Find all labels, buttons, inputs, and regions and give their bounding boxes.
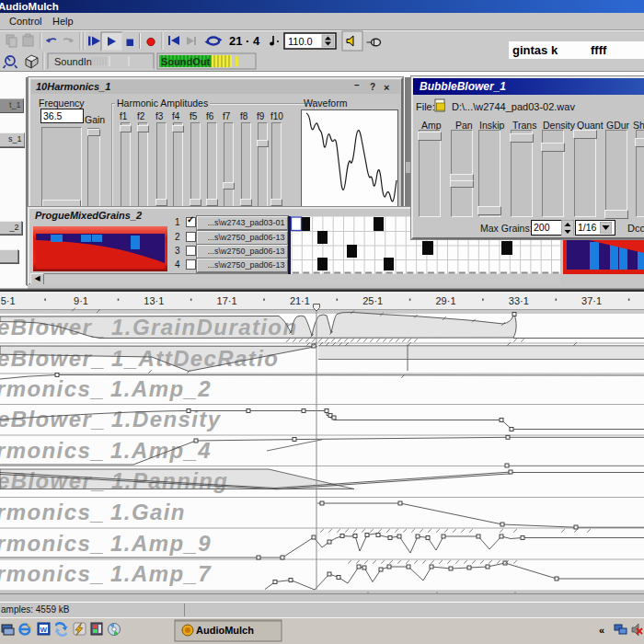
svg-text:SoundIn: SoundIn — [54, 56, 92, 67]
svg-text:W: W — [40, 626, 48, 634]
svg-text:rmonics_ 1.Amp_4: rmonics_ 1.Amp_4 — [0, 438, 212, 463]
svg-text:25·1: 25·1 — [362, 295, 383, 306]
svg-text:29·1: 29·1 — [435, 295, 455, 306]
svg-text:rmonics_ 1.Gain: rmonics_ 1.Gain — [0, 500, 186, 524]
svg-text:eBlower_ 1.GrainDuration: eBlower_ 1.GrainDuration — [0, 315, 297, 339]
svg-text:SoundOut: SoundOut — [161, 56, 210, 67]
svg-text:rmonics_ 1.Amp_9: rmonics_ 1.Amp_9 — [0, 531, 212, 556]
svg-text:9·1: 9·1 — [74, 295, 88, 306]
svg-text:21·1: 21·1 — [290, 295, 310, 306]
svg-text:rmonics_ 1.Amp_7: rmonics_ 1.Amp_7 — [0, 561, 212, 586]
svg-text:5·1: 5·1 — [1, 295, 16, 306]
svg-text:37·1: 37·1 — [581, 295, 602, 306]
svg-text:«: « — [599, 625, 604, 636]
svg-text:21 · 4: 21 · 4 — [229, 34, 260, 48]
svg-text:110.0: 110.0 — [288, 36, 313, 47]
svg-text:AudioMulch: AudioMulch — [196, 625, 254, 636]
svg-text:rmonics_ 1.Amp_2: rmonics_ 1.Amp_2 — [0, 376, 212, 401]
svg-text:17·1: 17·1 — [217, 295, 237, 306]
svg-text:33·1: 33·1 — [509, 295, 529, 306]
svg-text:eBlower_ 1_AttDecRatio: eBlower_ 1_AttDecRatio — [0, 346, 279, 371]
svg-text:13·1: 13·1 — [144, 295, 164, 306]
